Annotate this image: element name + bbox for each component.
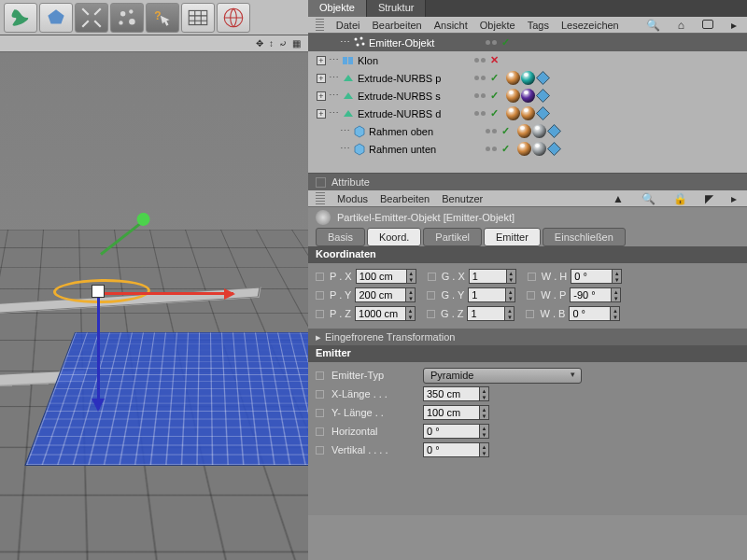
toolbar-particles-button[interactable] (110, 3, 144, 33)
visibility-toggle[interactable]: ✓ (500, 36, 511, 49)
anim-check[interactable] (427, 291, 435, 300)
tab-objekte[interactable]: Objekte (308, 0, 367, 17)
toolbar-help-pointer-button[interactable]: ? (146, 3, 179, 33)
grip-icon[interactable] (316, 19, 324, 32)
material-tag-icon[interactable] (506, 106, 520, 120)
object-row[interactable]: + ⋯ Extrude-NURBS p ✓ (308, 69, 747, 87)
visibility-toggle[interactable]: ✓ (488, 90, 500, 102)
search-icon[interactable]: 🔍 (639, 192, 658, 205)
triangle-icon[interactable]: ◤ (702, 192, 716, 205)
frame-icon[interactable] (699, 19, 716, 32)
material-tag-icon[interactable] (521, 89, 535, 103)
layer-dots-icon[interactable] (474, 76, 486, 80)
attr-tab-koord[interactable]: Koord. (367, 228, 421, 246)
menu-bearbeiten-attr[interactable]: Bearbeiten (380, 193, 430, 204)
chevron-icon[interactable]: ▸ (728, 19, 740, 32)
anim-check[interactable] (316, 273, 324, 281)
menu-objekte[interactable]: Objekte (480, 20, 515, 31)
toolbar-grid-button[interactable] (181, 3, 215, 33)
anim-check[interactable] (316, 409, 324, 417)
home-icon[interactable]: ⌂ (675, 19, 687, 32)
layer-dots-icon[interactable] (474, 93, 486, 98)
zoom-icon[interactable]: ↕ (269, 38, 274, 49)
anim-check[interactable] (316, 427, 324, 436)
expand-toggle[interactable]: + (317, 109, 326, 119)
viewport[interactable] (0, 52, 308, 560)
orbit-icon[interactable]: ⤾ (279, 38, 287, 49)
anim-check[interactable] (316, 310, 324, 318)
phong-tag-icon[interactable] (547, 142, 561, 156)
ylen-input[interactable]: ▲▼ (423, 405, 489, 420)
emitter-type-select[interactable]: Pyramide (423, 368, 582, 384)
menu-datei[interactable]: Datei (336, 20, 360, 31)
search-icon[interactable]: 🔍 (643, 19, 663, 32)
material-tag-icon[interactable] (532, 124, 546, 138)
layout-icon[interactable]: ▦ (292, 38, 301, 49)
phong-tag-icon[interactable] (536, 106, 550, 120)
object-row[interactable]: ⋯ Rahmen unten ✓ (308, 140, 747, 158)
anim-check[interactable] (428, 273, 436, 281)
toolbar-deformer-button[interactable] (4, 3, 37, 33)
menu-ansicht[interactable]: Ansicht (434, 20, 468, 31)
object-row[interactable]: + ⋯ Extrude-NURBS s ✓ (308, 87, 747, 105)
visibility-toggle[interactable]: ✓ (500, 143, 511, 155)
anim-check[interactable] (316, 291, 324, 300)
material-tag-icon[interactable] (521, 71, 535, 85)
material-tag-icon[interactable] (532, 142, 546, 156)
scale-input[interactable]: ▲▼ (467, 306, 514, 321)
toolbar-globe-button[interactable] (217, 3, 250, 33)
material-tag-icon[interactable] (517, 124, 531, 138)
scale-input[interactable]: ▲▼ (468, 287, 515, 302)
attribute-lock-check[interactable] (316, 177, 326, 188)
tab-struktur[interactable]: Struktur (367, 0, 427, 17)
pos-input[interactable]: ▲▼ (355, 287, 416, 302)
menu-lesezeichen[interactable]: Lesezeichen (561, 20, 619, 31)
object-row[interactable]: + ⋯ Klon ✕ (308, 51, 747, 69)
expand-toggle[interactable]: + (317, 91, 326, 101)
material-tag-icon[interactable] (521, 106, 535, 120)
anim-check[interactable] (316, 446, 324, 455)
attr-tab-basis[interactable]: Basis (316, 228, 365, 246)
material-tag-icon[interactable] (517, 142, 531, 156)
chevron-icon[interactable]: ▸ (728, 192, 740, 205)
rot-input[interactable]: ▲▼ (570, 287, 621, 302)
object-row[interactable]: ⋯ Rahmen oben ✓ (308, 122, 747, 140)
grip-icon[interactable] (316, 192, 325, 205)
menu-modus[interactable]: Modus (337, 193, 368, 204)
xlen-input[interactable]: ▲▼ (423, 386, 489, 401)
layer-dots-icon[interactable] (486, 129, 497, 133)
phong-tag-icon[interactable] (536, 89, 550, 103)
nav-up-icon[interactable]: ▲ (610, 192, 627, 205)
attr-tab-emitter[interactable]: Emitter (484, 228, 541, 246)
anim-check[interactable] (528, 273, 536, 281)
anim-check[interactable] (527, 291, 535, 300)
layer-dots-icon[interactable] (474, 111, 486, 116)
object-row[interactable]: + ⋯ Extrude-NURBS d ✓ (308, 105, 747, 122)
anim-check[interactable] (427, 310, 435, 318)
pos-input[interactable]: ▲▼ (356, 269, 416, 284)
rot-input[interactable]: ▲▼ (571, 269, 622, 284)
visibility-toggle[interactable]: ✓ (488, 107, 500, 119)
anim-check[interactable] (316, 390, 324, 399)
material-tag-icon[interactable] (506, 89, 520, 103)
expand-toggle[interactable]: + (317, 56, 326, 65)
attr-tab-einschlieen[interactable]: Einschließen (543, 228, 626, 246)
menu-benutzer[interactable]: Benutzer (442, 193, 483, 204)
layer-dots-icon[interactable] (486, 147, 497, 151)
rot-input[interactable]: ▲▼ (569, 306, 620, 321)
visibility-toggle[interactable]: ✓ (488, 72, 500, 84)
frozen-transform-toggle[interactable]: ▸ Eingefrorene Transformation (308, 329, 747, 345)
visibility-toggle[interactable]: ✓ (500, 125, 511, 137)
menu-tags[interactable]: Tags (528, 20, 549, 31)
anim-check[interactable] (526, 310, 534, 318)
phong-tag-icon[interactable] (547, 124, 561, 138)
layer-dots-icon[interactable] (486, 40, 497, 45)
toolbar-expand-button[interactable] (75, 3, 108, 33)
expand-toggle[interactable]: + (317, 74, 326, 83)
layer-dots-icon[interactable] (474, 58, 486, 63)
anim-check[interactable] (316, 371, 324, 380)
object-row[interactable]: ⋯ Emitter-Objekt ✓ (308, 34, 747, 51)
pan-icon[interactable]: ✥ (256, 38, 263, 49)
material-tag-icon[interactable] (506, 71, 520, 85)
pos-input[interactable]: ▲▼ (355, 306, 416, 321)
